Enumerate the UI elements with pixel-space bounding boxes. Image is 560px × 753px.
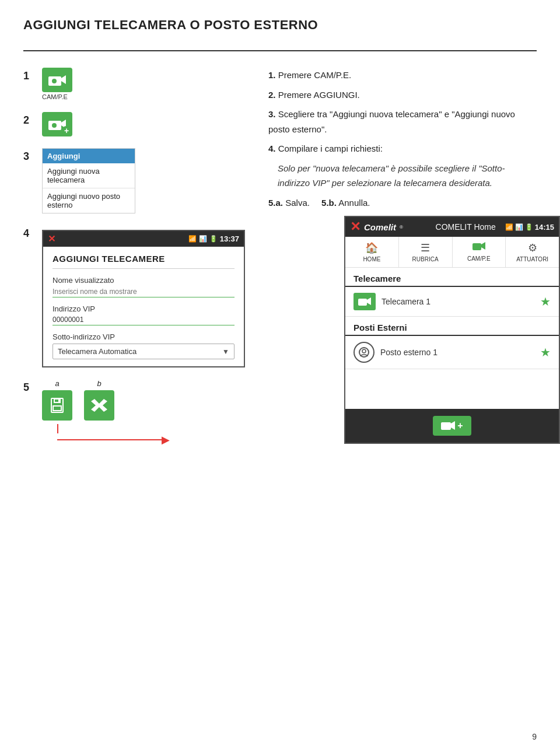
inst-5b: 5.b. Annulla. [321,198,370,208]
attuatori-nav-icon: ⚙ [528,241,537,254]
phone-header-right: ✕ Comelit ® COMELIT Home 📶 📊 🔋 14:15 [345,217,559,237]
step-2-row: 2 + [23,112,245,136]
instructions-block: 1. Premere CAM/P.E. 2. Premere AGGIUNGI.… [268,68,537,210]
step-5-number: 5 [23,381,35,394]
comelit-x-icon: ✕ [350,219,360,234]
arrow-horizontal-container: ▶ [57,433,170,446]
svg-rect-14 [358,299,367,306]
field1-input[interactable] [52,286,235,297]
add-cam-plus: + [457,421,463,431]
step-1-row: 1 CAM/P.E [23,68,245,100]
phone-header-4: ✕ 📶 📊 🔋 13:37 [43,231,244,247]
svg-marker-13 [481,242,485,250]
arrow-head-icon: ▶ [162,433,170,446]
phone-screen-4: ✕ 📶 📊 🔋 13:37 AGGIUNGI TELECAMERE Nome v… [42,230,245,367]
inst-3-num: 3. [268,109,276,119]
svg-marker-19 [451,421,455,430]
inst-5b-num: 5.b. [321,198,337,208]
comelit-logo-red-4: ✕ [48,233,55,244]
inst-4-sub: Solo per "nuova telecamera" è possibile … [278,161,537,191]
title-divider [23,50,537,51]
inst-4-num: 4. [268,143,276,153]
inst-2-text: Premere AGGIUNGI. [278,90,360,100]
posto-list-icon [354,342,374,363]
svg-marker-15 [367,297,371,305]
phone-bottom-bar: + [345,409,559,443]
dropdown-sotto[interactable]: Telecamera Automatica ▼ [52,344,235,359]
inst-2: 2. Premere AGGIUNGI. [268,87,537,103]
signal-icon: 📊 [199,235,207,243]
posto-star-icon[interactable]: ★ [540,345,551,359]
field2-label: Indirizzo VIP [52,304,235,313]
plus-icon: + [62,126,71,135]
step-1-content: CAM/P.E [42,68,72,100]
svg-marker-11 [91,399,107,412]
menu-item-2[interactable]: Aggiungi nuovo posto esterno [43,188,135,213]
step-4-row: 4 ✕ 📶 📊 🔋 13:37 AGGIUNGI TELECAMERE Nome… [23,225,245,367]
status-icons-right: 📶 📊 🔋 14:15 [505,223,554,232]
camera-list-item[interactable]: Telecamera 1 ★ [345,287,559,317]
inst-1-text: Premere CAM/P.E. [278,70,352,80]
inst-3: 3. Scegliere tra "Aggiungi nuova telecam… [268,107,537,136]
step-3-number: 3 [23,150,35,163]
inst-1-num: 1. [268,70,276,80]
comelit-logo-container: ✕ Comelit ® [350,219,403,234]
step-4-number: 4 [23,227,35,240]
svg-rect-9 [54,407,61,410]
camera-icon-step1 [42,68,72,92]
camera-list-icon [354,293,376,310]
cancel-button[interactable] [84,390,114,421]
rubrica-nav-icon: ☰ [421,241,430,254]
arrow-line-h [57,439,162,440]
reg-mark: ® [400,225,403,230]
step-3-row: 3 Aggiungi Aggiungi nuova telecamera Agg… [23,148,245,213]
page-number: 9 [532,732,537,741]
camera-icon-step2: + [42,112,72,136]
campe-nav-icon [473,241,485,254]
label-a: a [55,379,59,388]
battery-icon-right: 🔋 [525,223,533,231]
step-5-section: 5 a [23,379,245,446]
inst-5a: 5.a. Salva. 5.b. Annulla. [268,195,537,211]
posto-list-item[interactable]: Posto esterno 1 ★ [345,336,559,369]
tab-campe[interactable]: CAM/P.E [453,237,506,267]
menu-item-1[interactable]: Aggiungi nuova telecamera [43,163,135,188]
svg-point-17 [362,349,366,353]
step-5-content: a [42,379,170,446]
tab-campe-label: CAM/P.E [467,255,491,262]
svg-marker-1 [61,75,66,84]
section-telecamere: Telecamere [345,268,559,287]
tab-home-label: HOME [363,256,380,262]
inst-2-num: 2. [268,90,276,100]
field2-value: 00000001 [52,314,235,325]
tab-attuatori[interactable]: ⚙ ATTUATORI [506,237,559,267]
inst-4-text: Compilare i campi richiesti: [278,143,383,153]
save-button[interactable] [42,390,72,421]
wifi-icon-right: 📶 [505,223,513,231]
left-column: 1 CAM/P.E 2 [23,68,245,446]
step-5-row: 5 a [23,379,245,446]
inst-1: 1. Premere CAM/P.E. [268,68,537,83]
field3-label: Sotto-indirizzo VIP [52,332,235,341]
screen-title-4: AGGIUNGI TELECAMERE [52,254,235,269]
signal-icon-right: 📊 [515,223,523,231]
camera-item-text: Telecamera 1 [382,297,534,306]
context-menu: Aggiungi Aggiungi nuova telecamera Aggiu… [42,148,135,213]
tab-attuatori-label: ATTUATORI [516,256,548,262]
inst-5b-text: Annulla. [338,198,370,208]
home-label: COMELIT Home [436,222,496,232]
tab-rubrica[interactable]: ☰ RUBRICA [399,237,453,267]
svg-point-5 [52,123,57,128]
label-a-container: a [42,379,72,421]
time-right: 14:15 [535,223,554,232]
time-display-4: 13:37 [220,234,239,243]
inst-3-text: Scegliere tra "Aggiungi nuova telecamera… [268,109,515,134]
wifi-icon: 📶 [188,235,197,243]
right-column: 1. Premere CAM/P.E. 2. Premere AGGIUNGI.… [268,68,537,446]
arrow-vertical [57,424,58,433]
tab-home[interactable]: 🏠 HOME [345,237,399,267]
add-cam-button[interactable]: + [433,416,471,436]
svg-rect-12 [473,243,481,250]
camp-label: CAM/P.E [42,93,72,100]
camera-star-icon[interactable]: ★ [540,295,551,309]
